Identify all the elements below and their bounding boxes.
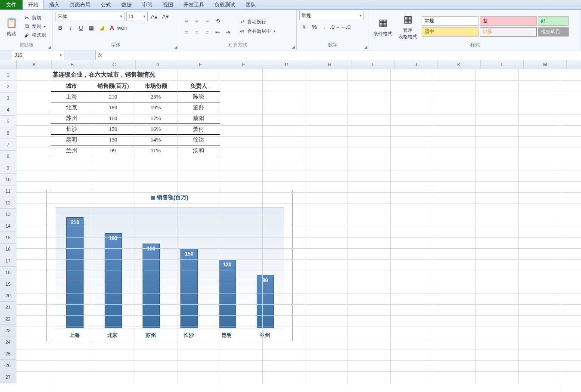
- bold-icon[interactable]: B: [56, 23, 65, 32]
- percent-icon[interactable]: %: [310, 22, 319, 31]
- number-launcher-icon[interactable]: ◢: [364, 45, 367, 49]
- row-header-12[interactable]: 12: [0, 197, 16, 209]
- currency-icon[interactable]: ¥: [299, 22, 309, 31]
- table-format-button[interactable]: ▦套用 表格格式: [397, 12, 419, 41]
- row-header-18[interactable]: 18: [0, 267, 16, 278]
- paste-button[interactable]: 📋 粘贴: [3, 15, 20, 38]
- col-header-M[interactable]: M: [524, 60, 567, 69]
- tab-formulas[interactable]: 公式: [96, 0, 116, 9]
- col-header-L[interactable]: L: [481, 60, 524, 69]
- row-header-1[interactable]: 1: [0, 69, 16, 81]
- tab-home[interactable]: 开始: [22, 0, 44, 9]
- row-header-15[interactable]: 15: [0, 232, 16, 244]
- row-header-8[interactable]: 8: [0, 151, 16, 162]
- row-header-11[interactable]: 11: [0, 185, 16, 197]
- tab-team[interactable]: 团队: [240, 0, 261, 9]
- inc-decimal-icon[interactable]: .0→: [330, 22, 340, 31]
- row-header-2[interactable]: 2: [0, 81, 16, 93]
- style-normal[interactable]: 常规: [422, 16, 478, 26]
- font-launcher-icon[interactable]: ◢: [174, 45, 177, 49]
- col-header-J[interactable]: J: [395, 60, 438, 69]
- fx-icon[interactable]: fx: [96, 52, 109, 58]
- row-header-19[interactable]: 19: [0, 278, 16, 290]
- row-header-3[interactable]: 3: [0, 93, 16, 104]
- phonetic-icon[interactable]: wén: [118, 23, 127, 32]
- row-header-16[interactable]: 16: [0, 244, 16, 255]
- font-color-icon[interactable]: A: [107, 23, 117, 32]
- font-size-select[interactable]: 11▾: [126, 12, 148, 21]
- col-header-C[interactable]: C: [93, 60, 136, 69]
- col-header-B[interactable]: B: [52, 60, 93, 69]
- increase-font-icon[interactable]: A▴: [149, 12, 159, 21]
- decrease-font-icon[interactable]: A▾: [161, 12, 170, 21]
- conditional-format-button[interactable]: ▦条件格式: [372, 15, 394, 38]
- wrap-text-button[interactable]: ⤶自动换行: [237, 18, 277, 25]
- align-left-icon[interactable]: ≡: [182, 27, 191, 37]
- tab-file[interactable]: 文件: [0, 0, 22, 9]
- chart-bar[interactable]: 180: [105, 233, 122, 328]
- row-header-24[interactable]: 24: [0, 336, 16, 348]
- indent-dec-icon[interactable]: ⇤: [213, 27, 222, 37]
- align-center-icon[interactable]: ≡: [192, 27, 202, 37]
- cut-button[interactable]: ✂剪切: [22, 14, 48, 22]
- cell-grid[interactable]: 某连锁企业，在六大城市，销售额情况 城市销售额(百万)市场份额负责人上海2102…: [16, 69, 581, 383]
- align-launcher-icon[interactable]: ◢: [292, 45, 295, 49]
- clipboard-launcher-icon[interactable]: ◢: [48, 45, 51, 49]
- tab-page-layout[interactable]: 页面布局: [65, 0, 96, 9]
- col-header-D[interactable]: D: [136, 60, 179, 69]
- col-header-G[interactable]: G: [265, 60, 308, 69]
- number-format-select[interactable]: 常规▾: [299, 11, 364, 20]
- row-header-10[interactable]: 10: [0, 174, 16, 185]
- merge-center-button[interactable]: ⇔合并后居中▾: [237, 27, 277, 35]
- col-header-F[interactable]: F: [222, 60, 265, 69]
- underline-icon[interactable]: U: [76, 23, 86, 32]
- align-right-icon[interactable]: ≡: [202, 27, 212, 37]
- format-painter-button[interactable]: 🖌格式刷: [22, 31, 48, 39]
- col-header-A[interactable]: A: [17, 60, 52, 69]
- border-icon[interactable]: ▦: [87, 23, 96, 32]
- row-header-23[interactable]: 23: [0, 325, 16, 336]
- orientation-icon[interactable]: ⟲: [213, 16, 222, 25]
- col-header-K[interactable]: K: [438, 60, 481, 69]
- chart-object[interactable]: 销售额(百万) 21018016015013099 上海北京苏州长沙昆明兰州: [47, 190, 293, 341]
- row-header-27[interactable]: 27: [0, 371, 16, 383]
- dec-decimal-icon[interactable]: ←.0: [341, 22, 350, 31]
- fill-color-icon[interactable]: ◢: [97, 23, 106, 32]
- select-all-corner[interactable]: [0, 60, 17, 69]
- style-bad[interactable]: 差: [480, 16, 537, 26]
- style-neutral[interactable]: 适中: [422, 27, 478, 37]
- tab-review[interactable]: 审阅: [137, 0, 158, 9]
- row-header-25[interactable]: 25: [0, 348, 16, 360]
- row-header-4[interactable]: 4: [0, 104, 16, 116]
- row-header-6[interactable]: 6: [0, 127, 16, 139]
- formula-input[interactable]: [109, 50, 581, 60]
- style-check[interactable]: 检查单元: [538, 27, 569, 37]
- copy-button[interactable]: ⧉复制▾: [22, 22, 48, 30]
- comma-icon[interactable]: ,: [320, 22, 329, 31]
- tab-loadtest[interactable]: 负载测试: [209, 0, 240, 9]
- name-box[interactable]: J15▾: [12, 50, 65, 60]
- row-header-21[interactable]: 21: [0, 302, 16, 313]
- indent-inc-icon[interactable]: ⇥: [223, 27, 233, 37]
- row-header-13[interactable]: 13: [0, 209, 16, 220]
- chart-bar[interactable]: 210: [66, 217, 84, 328]
- style-calc[interactable]: 计算: [480, 27, 537, 37]
- tab-data[interactable]: 数据: [116, 0, 137, 9]
- tab-view[interactable]: 视图: [158, 0, 178, 9]
- row-header-20[interactable]: 20: [0, 290, 16, 302]
- chart-bar[interactable]: 130: [219, 259, 236, 328]
- tab-insert[interactable]: 插入: [44, 0, 65, 9]
- chart-bar[interactable]: 150: [180, 249, 198, 328]
- italic-icon[interactable]: I: [66, 23, 75, 32]
- row-header-22[interactable]: 22: [0, 313, 16, 325]
- row-header-17[interactable]: 17: [0, 255, 16, 267]
- row-header-9[interactable]: 9: [0, 162, 16, 174]
- col-header-E[interactable]: E: [179, 60, 222, 69]
- col-header-I[interactable]: I: [351, 60, 395, 69]
- row-header-26[interactable]: 26: [0, 360, 16, 371]
- row-header-14[interactable]: 14: [0, 220, 16, 232]
- align-top-icon[interactable]: ≡: [182, 16, 191, 25]
- chart-bar[interactable]: 99: [257, 275, 274, 328]
- col-header-H[interactable]: H: [308, 60, 351, 69]
- align-bottom-icon[interactable]: ≡: [202, 16, 212, 25]
